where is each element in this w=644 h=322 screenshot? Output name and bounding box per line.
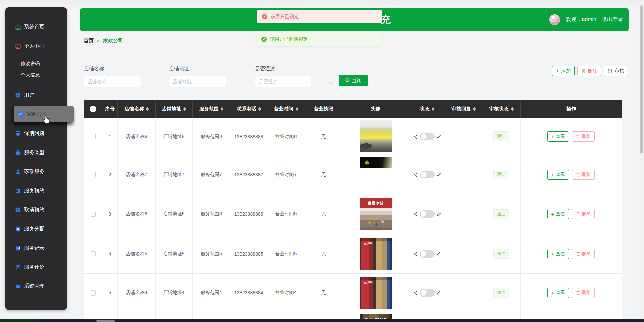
col-shop-address[interactable]: 店铺地址 <box>156 100 193 118</box>
chevron-down-icon[interactable] <box>329 80 333 84</box>
shop-name-cell: 店铺名称7 <box>118 155 156 194</box>
sidebar-item-personal-info[interactable]: 个人信息 <box>5 69 67 81</box>
share-icon[interactable] <box>413 134 418 139</box>
pencil-icon[interactable] <box>437 212 441 216</box>
sort-icons[interactable] <box>221 107 223 111</box>
sidebar-item-service-booking[interactable]: 服务预约 <box>5 181 67 200</box>
sort-icons[interactable] <box>511 107 514 111</box>
shop-name-input[interactable] <box>84 76 141 87</box>
col-audit-status[interactable]: 审核状态 <box>482 100 521 118</box>
sort-icons[interactable] <box>473 107 476 111</box>
sidebar-item-label: 系统首页 <box>24 24 44 30</box>
view-button[interactable]: +查看 <box>547 209 569 219</box>
col-photo: 头像 <box>342 100 409 118</box>
status-toggle[interactable] <box>420 250 435 258</box>
delete-button[interactable]: 删除 <box>577 66 601 76</box>
trash-icon <box>576 252 580 256</box>
pencil-icon[interactable] <box>437 252 441 256</box>
status-toggle[interactable] <box>420 171 435 178</box>
audit-button[interactable]: 审核 <box>604 66 628 76</box>
pass-status-select[interactable] <box>255 76 311 87</box>
sort-icons[interactable] <box>258 107 261 111</box>
share-icon[interactable] <box>413 252 418 256</box>
status-toggle[interactable] <box>420 133 435 140</box>
horizontal-scrollbar-thumb[interactable] <box>96 320 115 322</box>
col-hours[interactable]: 营业时间 <box>267 100 305 118</box>
store-photo[interactable] <box>360 157 392 168</box>
store-photo[interactable]: 蜜雪冰城 <box>360 198 392 230</box>
row-checkbox[interactable] <box>91 290 96 296</box>
add-button[interactable]: + 添加 <box>552 66 575 76</box>
sidebar-item-label: 取消预约 <box>24 207 44 213</box>
store-photo[interactable]: MIXUE <box>360 238 392 270</box>
sidebar-item-service-records[interactable]: 服务记录 <box>5 238 67 258</box>
plus-icon: + <box>551 172 554 177</box>
share-icon[interactable] <box>413 172 418 177</box>
row-delete-button[interactable]: 删除 <box>572 288 595 298</box>
sidebar-item-service-assign[interactable]: 服务分配 <box>5 219 67 238</box>
row-checkbox[interactable] <box>91 251 96 256</box>
sidebar-item-change-password[interactable]: 修改密码 <box>5 58 67 69</box>
sidebar-item-service-reviews[interactable]: 服务评价 <box>5 258 67 277</box>
col-audit-reply[interactable]: 审核回复 <box>445 100 482 118</box>
select-all-checkbox[interactable] <box>90 106 96 112</box>
store-photo[interactable] <box>360 120 392 152</box>
service-scope-cell: 服务范围4 <box>193 274 230 312</box>
share-icon[interactable] <box>413 290 418 295</box>
vertical-scrollbar[interactable] <box>639 0 644 322</box>
vertical-scrollbar-thumb[interactable] <box>640 5 643 153</box>
store-photo[interactable]: MIXUE <box>360 277 392 309</box>
breadcrumb-home[interactable]: 首页 <box>84 38 94 44</box>
sidebar-item-system-management[interactable]: 系统管理 <box>5 277 67 296</box>
audit-reply-cell <box>445 274 482 312</box>
share-icon[interactable] <box>413 212 418 216</box>
search-button[interactable]: 查询 <box>339 75 368 86</box>
col-phone[interactable]: 联系电话 <box>230 100 267 118</box>
row-delete-button[interactable]: 删除 <box>572 131 595 142</box>
pencil-icon[interactable] <box>437 172 441 177</box>
search-button-label: 查询 <box>352 77 362 84</box>
sidebar-item-users[interactable]: 用户 <box>5 86 67 105</box>
shop-address-input[interactable] <box>169 76 226 87</box>
flag-icon <box>15 264 21 270</box>
row-checkbox[interactable] <box>91 134 96 139</box>
sidebar-item-home[interactable]: 系统首页 <box>5 17 67 37</box>
toast-error-message: 该用户已锁定 <box>271 14 299 20</box>
status-toggle[interactable] <box>420 289 435 297</box>
row-delete-button[interactable]: 删除 <box>572 170 595 180</box>
row-checkbox[interactable] <box>91 172 96 177</box>
sort-icons[interactable] <box>183 107 186 111</box>
view-button[interactable]: +查看 <box>547 131 569 142</box>
row-delete-button[interactable]: 删除 <box>572 249 595 259</box>
col-service-scope[interactable]: 服务范围 <box>193 100 230 118</box>
sort-icons[interactable] <box>296 107 298 111</box>
sidebar-item-cancel-booking[interactable]: 取消预约 <box>5 200 67 219</box>
view-button[interactable]: +查看 <box>547 249 569 259</box>
store-photo[interactable]: EGGCHEESE <box>360 314 392 319</box>
audit-status-badge: 通过 <box>493 209 509 219</box>
logout-link[interactable]: 退出登录 <box>602 16 623 23</box>
sort-icons[interactable] <box>432 107 434 111</box>
col-status[interactable]: 状态 <box>409 100 445 118</box>
sidebar-item-profile-center[interactable]: 个人中心 <box>5 37 67 56</box>
hours-cell: 营业时间5 <box>267 234 305 273</box>
pencil-icon[interactable] <box>437 291 441 295</box>
col-actions: 操作 <box>521 100 622 118</box>
view-button[interactable]: +查看 <box>547 170 569 180</box>
pencil-icon[interactable] <box>437 134 441 139</box>
sort-icons[interactable] <box>146 107 149 111</box>
phone-cell: 13823888886 <box>230 194 267 234</box>
toast-error: ✕ 该用户已锁定 <box>257 10 382 23</box>
row-checkbox[interactable] <box>91 212 96 217</box>
shop-name-cell: 店铺名称4 <box>118 274 156 312</box>
sidebar-item-cleaning-aunt[interactable]: 保洁阿姨 <box>5 124 67 143</box>
avatar[interactable] <box>549 14 560 25</box>
view-button[interactable]: +查看 <box>547 288 569 298</box>
horizontal-scrollbar[interactable] <box>0 319 644 322</box>
col-shop-name[interactable]: 店铺名称 <box>118 100 156 118</box>
plus-icon: + <box>551 133 554 139</box>
sidebar-item-service-type[interactable]: 服务类型 <box>5 143 67 162</box>
row-delete-button[interactable]: 删除 <box>572 209 595 219</box>
status-toggle[interactable] <box>420 210 435 218</box>
sidebar-item-housekeeping-service[interactable]: 家政服务 <box>5 162 67 181</box>
